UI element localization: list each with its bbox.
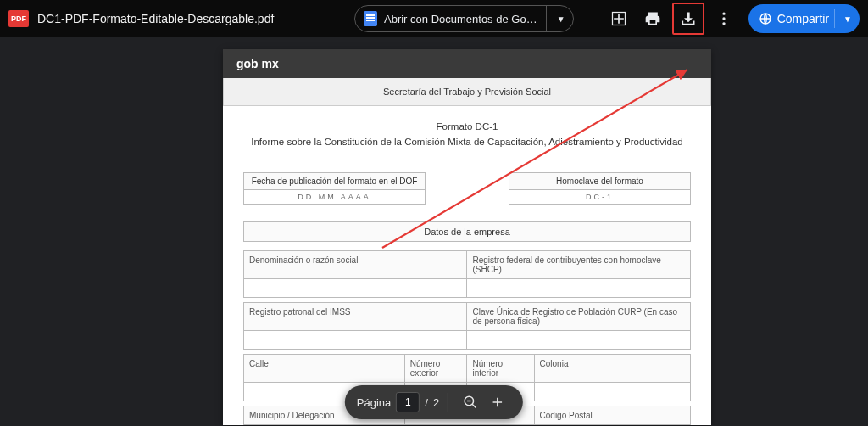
zoom-in-icon: [490, 395, 505, 410]
add-to-drive-button[interactable]: [604, 4, 633, 33]
field-denominacion: Denominación o razón social: [244, 251, 467, 279]
fecha-box-title: Fecha de publicación del formato en el D…: [244, 173, 425, 190]
input-curp[interactable]: [467, 331, 691, 350]
share-label: Compartir: [777, 12, 829, 25]
input-colonia[interactable]: [534, 383, 690, 401]
more-options-button[interactable]: [709, 4, 738, 33]
open-with-group: Abrir con Documentos de Go… ▼: [354, 5, 574, 32]
zoom-in-button[interactable]: [486, 390, 509, 414]
pagina-label: Página: [357, 396, 391, 409]
page-separator: /: [425, 396, 428, 409]
pdf-viewer[interactable]: gob mx Secretaría del Trabajo y Previsió…: [0, 37, 868, 426]
open-with-separator: [546, 6, 547, 31]
more-vert-icon: [715, 10, 732, 27]
page-navigation-bar: Página / 2: [345, 385, 523, 419]
input-denominacion[interactable]: [244, 279, 467, 298]
homoclave-box-title: Homoclave del formato: [509, 173, 690, 190]
field-rfc: Registro federal de contribuyentes con h…: [467, 251, 691, 279]
homoclave-box-value: DC-1: [509, 190, 690, 204]
google-docs-icon: [364, 11, 377, 26]
print-button[interactable]: [638, 4, 667, 33]
format-code: Formato DC-1: [233, 121, 701, 132]
open-with-label: Abrir con Documentos de Go…: [384, 13, 537, 25]
svg-point-3: [722, 22, 725, 25]
add-to-drive-icon: [610, 10, 627, 27]
field-curp: Clave Única de Registro de Población CUR…: [467, 303, 691, 331]
svg-line-7: [472, 404, 476, 408]
input-imss[interactable]: [244, 331, 467, 350]
field-colonia: Colonia: [534, 355, 690, 383]
meta-boxes-row: Fecha de publicación del formato en el D…: [223, 172, 711, 205]
print-icon: [644, 10, 661, 27]
chevron-down-icon[interactable]: ▼: [554, 14, 569, 24]
svg-point-1: [722, 13, 725, 15]
toolbar-right: Compartir ▼: [604, 3, 860, 35]
gob-brand: gob mx: [223, 49, 711, 78]
total-pages: 2: [433, 396, 439, 409]
share-button[interactable]: Compartir ▼: [748, 4, 860, 33]
svg-point-2: [722, 17, 725, 20]
footer-divider: [448, 393, 448, 412]
zoom-out-icon: [463, 395, 478, 410]
fecha-box: Fecha de publicación del formato en el D…: [243, 172, 426, 205]
share-caret-icon[interactable]: ▼: [840, 14, 855, 24]
fecha-box-value: DD MM AAAA: [244, 190, 425, 204]
field-num-interior: Número interior: [467, 355, 534, 383]
download-icon: [680, 10, 697, 27]
field-num-exterior: Número exterior: [404, 355, 467, 383]
field-cp: Código Postal: [534, 406, 690, 425]
top-bar: PDF DC1-PDF-Formato-Editable-Descargable…: [0, 0, 868, 37]
document-title-block: Formato DC-1 Informe sobre la Constituci…: [223, 106, 711, 155]
field-imss: Registro patronal del IMSS: [244, 303, 467, 331]
download-button[interactable]: [672, 3, 704, 35]
share-separator: [834, 9, 835, 28]
pdf-page: gob mx Secretaría del Trabajo y Previsió…: [223, 49, 711, 425]
file-title: DC1-PDF-Formato-Editable-Descargable.pdf: [37, 12, 274, 25]
input-rfc[interactable]: [467, 279, 691, 298]
document-subtitle: Informe sobre la Constitución de la Comi…: [251, 137, 682, 147]
homoclave-box: Homoclave del formato DC-1: [509, 172, 691, 205]
globe-icon: [759, 12, 772, 25]
page-number-input[interactable]: [396, 392, 420, 412]
zoom-out-button[interactable]: [459, 390, 482, 414]
open-with-button[interactable]: Abrir con Documentos de Go… ▼: [354, 5, 574, 32]
datos-empresa-title: Datos de la empresa: [243, 221, 691, 242]
secretaria-banner: Secretaría del Trabajo y Previsión Socia…: [223, 78, 711, 106]
field-calle: Calle: [244, 355, 405, 383]
pdf-badge: PDF: [8, 10, 29, 27]
